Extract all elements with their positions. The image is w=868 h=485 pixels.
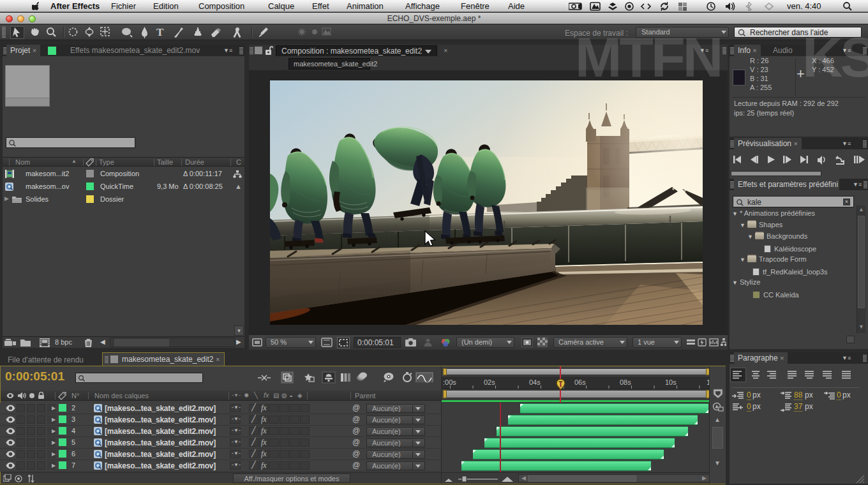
svg-text:T: T — [156, 26, 164, 38]
